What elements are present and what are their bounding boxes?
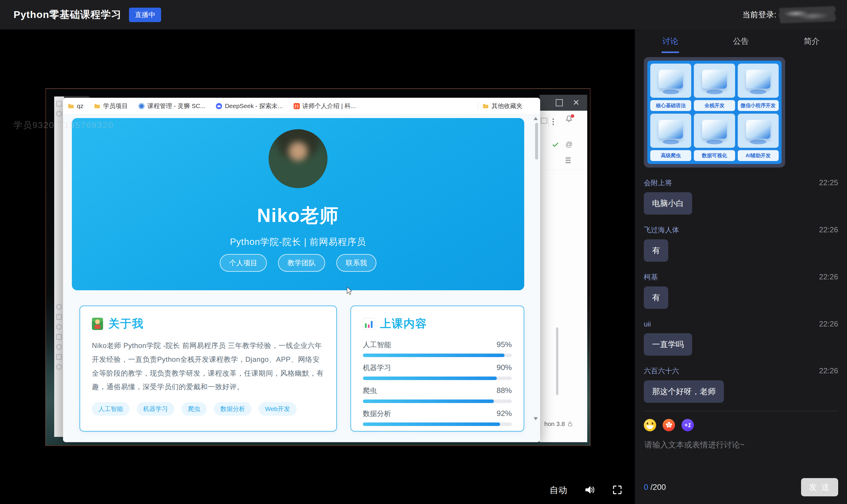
course-track-cell: 数据可视化	[694, 114, 735, 161]
scroll-up-arrow[interactable]	[534, 117, 538, 120]
notification-dot	[571, 114, 574, 118]
progress-value: 88%	[496, 386, 512, 395]
python-interpreter-status: hon 3.8	[544, 420, 565, 428]
chat-username: 会附上将	[644, 178, 672, 187]
teacher-hero-banner: Niko老师 Python学院-院长 | 前网易程序员 个人项目 教学团队 联系…	[72, 118, 524, 290]
about-body: Niko老师 Python学院 -院长 前网易程序员 三年教学经验，一线企业六年…	[92, 339, 324, 394]
page-title: Python零基础课程学习	[14, 8, 121, 21]
quality-selector[interactable]: 自动	[550, 484, 567, 496]
chat-text-input[interactable]	[644, 439, 839, 479]
send-button[interactable]: 发 送	[801, 478, 838, 496]
chat-timestamp: 22:26	[819, 225, 838, 234]
chat-message: 六百六十六22:26 那这个好呀，老师	[644, 366, 838, 403]
ide-tool-icon	[56, 111, 62, 116]
bookmark-item[interactable]: (-) 讲师个人介绍 | 科...	[294, 102, 356, 110]
smiley-emoji-icon[interactable]	[644, 419, 656, 431]
personal-projects-button[interactable]: 个人项目	[220, 254, 267, 272]
bar-chart-icon	[363, 318, 375, 330]
bookmark-item[interactable]: 课程管理 - 灵狮 SC...	[138, 102, 205, 110]
scrollbar-thumb[interactable]	[535, 123, 538, 160]
bookmark-item[interactable]: 学员项目	[94, 102, 128, 110]
course-track-illustration	[694, 114, 735, 148]
tab-discussion[interactable]: 讨论	[635, 30, 706, 53]
notification-bell-icon[interactable]	[565, 115, 573, 124]
sidebar-tabs: 讨论 公告 简介	[635, 30, 847, 53]
login-label: 当前登录:	[742, 10, 776, 20]
course-track-cell: 全栈开发	[694, 64, 735, 111]
bookmark-item[interactable]: DeepSeek - 探索未...	[216, 102, 283, 110]
chat-message: 飞过海人体22:26 有	[644, 225, 838, 262]
course-track-illustration	[694, 64, 735, 98]
chat-message: 会附上将22:25 电脑小白	[644, 178, 838, 215]
progress-label: 机器学习	[363, 363, 391, 373]
teacher-subtitle: Python学院-院长 | 前网易程序员	[72, 236, 524, 248]
progress-label: 爬虫	[363, 386, 377, 395]
skill-tag: 人工智能	[92, 402, 129, 416]
teaching-team-button[interactable]: 教学团队	[278, 254, 325, 272]
skill-tag: Web开发	[259, 402, 297, 416]
about-me-card: 关于我 Niko老师 Python学院 -院长 前网易程序员 三年教学经验，一线…	[80, 306, 337, 432]
progress-bar	[363, 377, 512, 380]
green-check-icon	[552, 141, 559, 149]
volume-icon[interactable]	[584, 485, 596, 496]
progress-value: 90%	[496, 363, 512, 372]
fullscreen-icon[interactable]	[613, 485, 622, 496]
flower-gift-icon[interactable]	[663, 419, 675, 431]
chat-username: 六百六十六	[644, 366, 679, 376]
course-track-cell: 核心基础语法	[650, 64, 691, 111]
ide-tool-icon	[56, 314, 62, 320]
course-track-illustration	[738, 114, 779, 148]
chat-timestamp: 22:26	[819, 366, 838, 375]
course-track-cell: 微信小程序开发	[738, 64, 779, 111]
browser-window: qz 学员项目 课程管理 - 灵狮 SC... DeepSeek - 探索未..…	[63, 98, 540, 442]
other-bookmarks[interactable]: 其他收藏夹	[482, 102, 523, 110]
plus-one-icon[interactable]: +1	[682, 419, 694, 431]
ide-tool-icon	[56, 354, 62, 360]
student-watermark: 学员9320 - 135769320	[14, 119, 114, 131]
close-icon[interactable]: ✕	[573, 98, 580, 107]
course-track-illustration	[650, 64, 691, 98]
window-titlebar: ✕	[540, 95, 587, 111]
video-player[interactable]: ·· ✕	[0, 30, 635, 504]
database-icon	[565, 157, 571, 164]
csdn-icon: (-)	[294, 103, 300, 109]
progress-bar	[363, 354, 512, 357]
course-track-cell: AI辅助开发	[738, 114, 779, 161]
course-track-illustration	[650, 114, 691, 148]
scrollbar-thumb[interactable]	[556, 327, 559, 395]
char-counter: 0 /200	[644, 483, 666, 492]
teacher-emoji-icon	[92, 318, 103, 330]
lock-icon	[568, 421, 572, 427]
mouse-cursor	[346, 287, 353, 296]
kebab-menu-icon[interactable]	[552, 117, 554, 126]
skill-tag: 机器学习	[137, 402, 174, 416]
background-ide-window: ✕ @ hon 3.8	[540, 95, 587, 442]
bookmarks-bar: qz 学员项目 课程管理 - 灵狮 SC... DeepSeek - 探索未..…	[63, 98, 540, 114]
folder-icon	[68, 103, 74, 109]
bookmark-item[interactable]: qz	[68, 103, 83, 109]
chat-timestamp: 22:26	[819, 320, 838, 328]
course-tracks-image: 核心基础语法 全栈开发 微信小程序开发 高级爬虫 数据可视化 AI辅助开发	[644, 57, 785, 167]
teacher-name: Niko老师	[72, 203, 524, 229]
course-track-cell: 高级爬虫	[650, 114, 691, 161]
contact-me-button[interactable]: 联系我	[336, 254, 376, 272]
shared-screen: ·· ✕	[45, 88, 590, 446]
progress-bar	[363, 399, 512, 403]
chat-username: uii	[644, 320, 651, 328]
progress-value: 95%	[496, 340, 512, 349]
chat-bubble: 有	[644, 239, 668, 262]
deepseek-whale-icon	[216, 103, 222, 109]
course-manage-icon	[138, 103, 145, 109]
tab-announcement[interactable]: 公告	[706, 30, 776, 53]
maximize-icon[interactable]	[556, 99, 563, 106]
scroll-down-arrow[interactable]	[534, 417, 538, 420]
ide-tool-icon	[56, 344, 62, 350]
input-divider	[644, 411, 838, 411]
chat-message: uii22:26 一直学吗	[644, 320, 838, 356]
image-icon	[541, 118, 547, 124]
chat-sidebar: 讨论 公告 简介 核心基础语法 全栈开发 微信小程序开发 高级爬虫 数据可视化 …	[635, 30, 847, 504]
skill-tag: 数据分析	[214, 402, 251, 416]
tab-intro[interactable]: 简介	[776, 30, 847, 53]
chat-timestamp: 22:25	[819, 178, 838, 187]
progress-label: 数据分析	[363, 409, 391, 418]
